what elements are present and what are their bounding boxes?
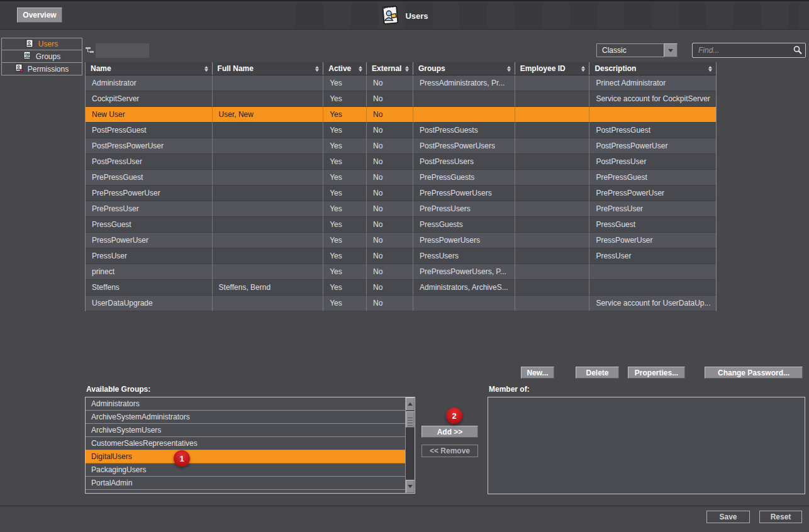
- table-row[interactable]: UserDataUpgradeYesNoService account for …: [86, 296, 716, 311]
- table-row[interactable]: PrePressPowerUserYesNoPrePressPowerUsers…: [86, 186, 716, 201]
- list-item[interactable]: ArchiveSystemAdministrators: [86, 411, 405, 424]
- sidebar-item-permissions[interactable]: Permissions: [1, 63, 82, 75]
- list-item[interactable]: PortalAdmin: [86, 477, 405, 490]
- table-cell: PressPowerUsers: [413, 233, 515, 248]
- table-row[interactable]: PressGuestYesNoPressGuestsPressGuest: [86, 217, 716, 233]
- table-cell: Steffens: [86, 280, 213, 296]
- column-header[interactable]: Name: [86, 62, 213, 75]
- table-row[interactable]: PressUserYesNoPressUsersPressUser: [86, 248, 716, 264]
- table-cell: No: [367, 248, 413, 264]
- table-cell: Service account for CockpitServer: [589, 91, 716, 107]
- table-row[interactable]: PrePressUserYesNoPrePressUsersPrePressUs…: [86, 201, 716, 217]
- filter-box[interactable]: [96, 43, 149, 58]
- table-cell: [515, 170, 590, 186]
- table-row[interactable]: AdministratorYesNoPressAdministrators, P…: [86, 75, 716, 91]
- list-item[interactable]: PackagingUsers: [86, 463, 405, 477]
- table-cell: PressPowerUser: [589, 233, 716, 248]
- table-cell: [213, 217, 324, 233]
- sidebar-item-label: Users: [38, 40, 58, 48]
- table-row[interactable]: PostPressUserYesNoPostPressUsersPostPres…: [86, 154, 716, 170]
- overview-button[interactable]: Overview: [17, 8, 62, 23]
- table-cell: No: [367, 264, 413, 280]
- sidebar-item-users[interactable]: Users: [1, 38, 82, 50]
- search-icon[interactable]: [793, 45, 803, 58]
- table-cell: prinect: [86, 264, 213, 280]
- hierarchy-filter-icon[interactable]: [86, 45, 95, 57]
- scroll-down-icon[interactable]: [406, 480, 415, 493]
- table-row[interactable]: prinectYesNoPrePressPowerUsers, P...: [86, 264, 716, 280]
- save-button[interactable]: Save: [706, 511, 750, 523]
- table-row[interactable]: PostPressPowerUserYesNoPostPressPowerUse…: [86, 138, 716, 154]
- table-cell: No: [367, 186, 413, 201]
- step-badge-2: 2: [446, 407, 462, 424]
- column-header[interactable]: Employee ID: [515, 62, 590, 75]
- delete-button[interactable]: Delete: [576, 367, 619, 379]
- list-item[interactable]: ArchiveSystemUsers: [86, 424, 405, 437]
- list-item[interactable]: CustomerSalesRepresentatives: [86, 437, 405, 450]
- search-input[interactable]: [692, 43, 806, 58]
- table-cell: No: [367, 123, 413, 138]
- scrollbar[interactable]: [405, 397, 415, 493]
- column-header-label: Active: [328, 64, 351, 73]
- column-header[interactable]: Full Name: [213, 62, 324, 75]
- table-cell: PostPressGuest: [86, 123, 213, 138]
- column-header[interactable]: External: [367, 62, 413, 75]
- table-cell: [515, 296, 590, 311]
- column-header[interactable]: Description: [589, 62, 716, 75]
- table-cell: [213, 123, 324, 138]
- table-cell: Yes: [323, 248, 367, 264]
- sort-icon[interactable]: [405, 66, 409, 72]
- new-button[interactable]: New...: [521, 367, 554, 379]
- table-cell: PostPressUser: [86, 154, 213, 170]
- list-item[interactable]: DigitalUsers: [86, 450, 405, 463]
- sort-icon[interactable]: [315, 66, 319, 72]
- table-cell: Prinect Administrator: [589, 75, 716, 91]
- properties-button[interactable]: Properties...: [628, 367, 685, 379]
- reset-button[interactable]: Reset: [759, 511, 802, 523]
- table-cell: PostPressGuest: [589, 123, 716, 138]
- table-cell: PostPressPowerUser: [589, 138, 716, 154]
- table-cell: User, New: [213, 107, 324, 123]
- table-cell: PostPressPowerUsers: [413, 138, 515, 154]
- table-row[interactable]: CockpitServerYesNoService account for Co…: [86, 91, 716, 107]
- table-cell: [213, 154, 324, 170]
- table-row[interactable]: PressPowerUserYesNoPressPowerUsersPressP…: [86, 233, 716, 248]
- available-groups-label: Available Groups:: [86, 385, 150, 394]
- change-password-button[interactable]: Change Password...: [705, 367, 803, 379]
- chevron-down-icon[interactable]: [664, 43, 678, 57]
- table-cell: No: [367, 75, 413, 91]
- sort-icon[interactable]: [708, 66, 712, 72]
- table-cell: [213, 248, 324, 264]
- table-row[interactable]: PostPressGuestYesNoPostPressGuestsPostPr…: [86, 123, 716, 138]
- table-cell: PrePressUser: [589, 201, 716, 217]
- table-cell: Yes: [323, 154, 367, 170]
- table-row[interactable]: PrePressGuestYesNoPrePressGuestsPrePress…: [86, 170, 716, 186]
- sidebar: Users Groups Permissions: [1, 38, 82, 75]
- scrollbar-thumb[interactable]: [406, 411, 415, 428]
- sort-icon[interactable]: [204, 66, 208, 72]
- remove-button[interactable]: << Remove: [421, 445, 478, 457]
- list-item[interactable]: Administrators: [86, 397, 405, 411]
- column-header[interactable]: Groups: [413, 62, 515, 75]
- sidebar-item-groups[interactable]: Groups: [1, 50, 82, 63]
- table-cell: [515, 154, 590, 170]
- table-cell: [213, 138, 324, 154]
- table-row[interactable]: New UserUser, NewYesNo: [86, 107, 716, 123]
- member-of-list[interactable]: [488, 397, 805, 494]
- view-selector[interactable]: Classic: [596, 43, 678, 57]
- sort-icon[interactable]: [359, 66, 362, 72]
- table-cell: No: [367, 280, 413, 296]
- table-cell: [213, 186, 324, 201]
- table-cell: [413, 296, 515, 311]
- table-row[interactable]: SteffensSteffens, BerndYesNoAdministrato…: [86, 280, 716, 296]
- table-cell: Administrator: [86, 75, 213, 91]
- table-cell: No: [367, 296, 413, 311]
- scroll-up-icon[interactable]: [406, 397, 415, 411]
- users-small-icon: [26, 39, 34, 50]
- column-header[interactable]: Active: [323, 62, 367, 75]
- sort-icon[interactable]: [581, 66, 585, 72]
- sort-icon[interactable]: [507, 66, 511, 72]
- table-cell: PrePressPowerUser: [86, 186, 213, 201]
- users-icon: [381, 5, 399, 27]
- add-button[interactable]: Add >>: [421, 426, 478, 438]
